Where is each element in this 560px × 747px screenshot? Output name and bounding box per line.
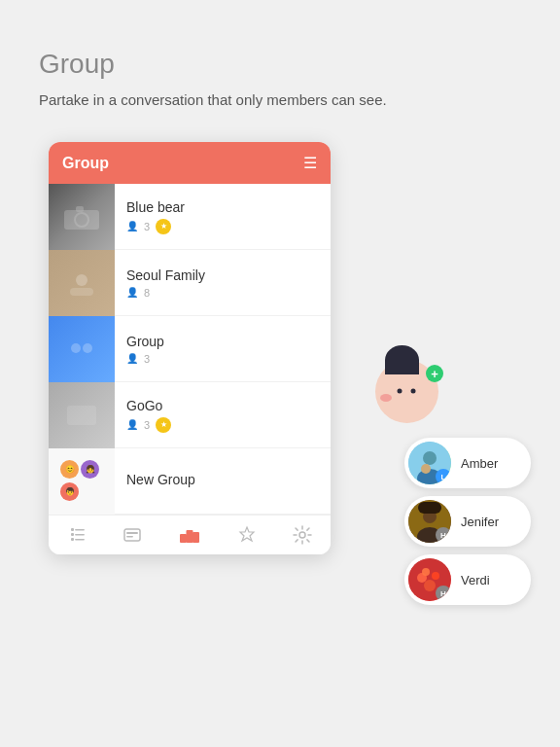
group-thumb-blue-bear: [49, 184, 115, 250]
contact-card-amber[interactable]: L Amber: [404, 438, 531, 488]
page-subtitle: Partake in a conversation that only memb…: [39, 91, 521, 108]
svg-point-34: [424, 580, 436, 591]
svg-rect-30: [418, 502, 441, 514]
contact-card-jenifer[interactable]: H Jenifer: [404, 496, 531, 547]
member-count-seoul: 8: [144, 287, 150, 299]
group-meta-blue-bear: 👤 3 ★: [126, 219, 319, 234]
contact-name-amber: Amber: [461, 456, 498, 471]
svg-point-35: [422, 568, 430, 576]
group-meta-seoul: 👤 8: [126, 287, 319, 299]
character-face: +: [375, 360, 438, 423]
members-icon-gogo: 👤: [126, 419, 138, 430]
group-thumb-seoul: [49, 250, 115, 316]
nav-item-settings[interactable]: [293, 525, 312, 545]
group-thumb-new-group: 😊 👧 👦: [49, 448, 115, 515]
app-header: Group ☰: [49, 142, 331, 184]
svg-rect-14: [124, 529, 140, 541]
svg-point-21: [398, 389, 402, 394]
floating-character: +: [375, 360, 443, 428]
badge-h-jenifer: H: [436, 527, 451, 543]
group-item-blue-bear[interactable]: Blue bear 👤 3 ★: [49, 184, 331, 250]
nav-item-star[interactable]: [237, 525, 257, 545]
star-badge-blue-bear: ★: [156, 219, 171, 234]
group-info-group: Group 👤 3: [115, 334, 331, 365]
svg-point-6: [83, 343, 92, 353]
svg-point-3: [76, 274, 88, 286]
filter-icon[interactable]: ☰: [303, 154, 317, 172]
member-count-blue-bear: 3: [144, 221, 150, 232]
svg-rect-8: [71, 528, 74, 531]
svg-rect-15: [126, 532, 138, 534]
svg-rect-17: [180, 534, 187, 543]
svg-rect-2: [76, 206, 84, 212]
group-info-gogo: GoGo 👤 3 ★: [115, 398, 331, 433]
mini-avatar-3: 👦: [60, 482, 79, 501]
contact-name-jenifer: Jenifer: [461, 515, 499, 529]
group-info-new-group: New Group: [115, 472, 331, 491]
svg-point-5: [71, 343, 81, 353]
star-badge-gogo: ★: [156, 417, 171, 433]
phone-mockup: Group ☰ Blue bear 👤 3: [49, 142, 331, 554]
character-hair: [385, 345, 419, 374]
page-title: Group: [39, 49, 521, 80]
svg-point-24: [423, 451, 437, 465]
svg-rect-7: [67, 406, 96, 425]
svg-rect-13: [75, 539, 85, 541]
svg-point-26: [421, 464, 431, 474]
svg-point-33: [432, 572, 439, 580]
group-name-new-group: New Group: [126, 472, 319, 487]
svg-point-22: [411, 389, 416, 394]
group-name-group: Group: [126, 334, 319, 349]
mini-avatar-2: 👧: [81, 460, 99, 479]
nav-item-groups[interactable]: [179, 526, 200, 544]
group-item-gogo[interactable]: GoGo 👤 3 ★: [49, 382, 331, 448]
avatar-amber: L: [408, 442, 451, 484]
badge-l-amber: L: [436, 469, 451, 484]
plus-badge: +: [426, 365, 443, 382]
group-thumb-group: [49, 316, 115, 382]
group-item-group[interactable]: Group 👤 3: [49, 316, 331, 382]
group-list: Blue bear 👤 3 ★ Seoul Fam: [49, 184, 331, 515]
group-info-seoul: Seoul Family 👤 8: [115, 267, 331, 299]
group-item-new-group[interactable]: 😊 👧 👦 New Group: [49, 448, 331, 515]
nav-item-list[interactable]: [67, 527, 87, 543]
badge-h-verdi: H: [436, 586, 451, 601]
avatar-jenifer: H: [408, 500, 451, 543]
contacts-panel: L Amber H Jenifer H Verdi: [404, 438, 531, 605]
avatar-verdi: H: [408, 558, 451, 601]
mini-avatar-1: 😊: [60, 460, 79, 479]
member-count-group: 3: [144, 353, 150, 365]
group-name-blue-bear: Blue bear: [126, 199, 319, 215]
svg-rect-16: [126, 536, 133, 538]
member-count-gogo: 3: [144, 419, 150, 431]
character-cheek: [380, 394, 392, 402]
svg-point-20: [299, 532, 305, 538]
svg-rect-12: [71, 538, 74, 541]
group-info-blue-bear: Blue bear 👤 3 ★: [115, 199, 331, 234]
svg-rect-11: [75, 534, 85, 536]
group-meta-gogo: 👤 3 ★: [126, 417, 319, 433]
contact-name-verdi: Verdi: [461, 573, 490, 587]
new-group-avatars: 😊 👧 👦: [60, 460, 103, 503]
bottom-nav: [49, 515, 331, 554]
group-name-gogo: GoGo: [126, 398, 319, 413]
app-header-title: Group: [62, 155, 109, 172]
svg-rect-4: [70, 288, 93, 296]
group-meta-group: 👤 3: [126, 353, 319, 365]
members-icon: 👤: [126, 221, 138, 231]
svg-rect-18: [186, 530, 192, 543]
members-icon-group: 👤: [126, 353, 138, 364]
svg-rect-19: [192, 532, 199, 543]
group-name-seoul: Seoul Family: [126, 267, 319, 283]
contact-card-verdi[interactable]: H Verdi: [404, 554, 531, 605]
group-thumb-gogo: [49, 382, 115, 448]
svg-rect-9: [75, 529, 85, 531]
nav-item-card[interactable]: [122, 527, 142, 543]
group-item-seoul-family[interactable]: Seoul Family 👤 8: [49, 250, 331, 316]
members-icon-seoul: 👤: [126, 287, 138, 298]
svg-rect-10: [71, 533, 74, 536]
